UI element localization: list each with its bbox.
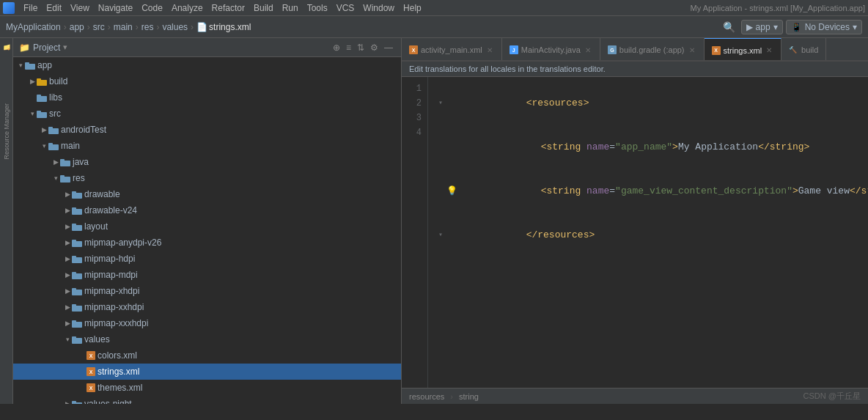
breadcrumb-myapplication[interactable]: MyApplication [6, 22, 61, 32]
expand-arrow-mipmap-xxxhdpi: ▶ [63, 319, 72, 328]
expand-arrow-mipmap-xxhdpi: ▶ [63, 303, 72, 312]
tree-item-mipmap-xhdpi[interactable]: ▶ mipmap-xhdpi [13, 283, 401, 299]
menu-view[interactable]: View [66, 1, 94, 15]
menu-build[interactable]: Build [249, 1, 278, 15]
tab-build-gradle[interactable]: G build.gradle (:app) ✕ [600, 38, 705, 60]
tab-activity-main-xml[interactable]: X activity_main.xml ✕ [402, 38, 502, 60]
menu-refactor[interactable]: Refactor [207, 1, 249, 15]
menu-run[interactable]: Run [278, 1, 303, 15]
menu-vcs[interactable]: VCS [332, 1, 359, 15]
menu-window[interactable]: Window [358, 1, 399, 15]
tree-item-androidtest[interactable]: ▶ androidTest [13, 122, 401, 138]
tab-close-strings-xml[interactable]: ✕ [765, 45, 773, 55]
folder-icon-values [72, 336, 82, 344]
code-area[interactable]: ▾ <resources> <string name="app_name">My… [428, 77, 868, 388]
settings-btn[interactable]: ⚙ [368, 42, 380, 54]
line-content-3: <string name="game_view_content_descript… [457, 169, 868, 213]
tab-close-activity-main[interactable]: ✕ [485, 45, 494, 55]
tree-item-java[interactable]: ▶ java [13, 154, 401, 170]
phone-icon: 📱 [791, 22, 802, 32]
close-panel-btn[interactable]: — [382, 42, 395, 54]
tab-close-build-gradle[interactable]: ✕ [688, 45, 696, 55]
folder-icon-mipmap-hdpi [72, 255, 82, 263]
folder-icon-layout [72, 223, 82, 231]
fold-icon-4[interactable]: ▾ [435, 228, 446, 243]
project-dropdown-arrow[interactable]: ▾ [63, 43, 67, 52]
device-selector[interactable]: 📱 No Devices ▾ [786, 20, 862, 34]
tree-item-app[interactable]: ▾ app [13, 57, 401, 73]
expand-arrow-app: ▾ [16, 61, 25, 70]
folder-icon-androidtest [48, 126, 59, 134]
device-selector-arrow: ▾ [853, 22, 857, 32]
tree-item-mipmap-mdpi[interactable]: ▶ mipmap-mdpi [13, 267, 401, 283]
menu-help[interactable]: Help [399, 1, 426, 15]
tab-mainactivity[interactable]: J MainActivity.java ✕ [502, 38, 600, 60]
expand-arrow-drawable-v24: ▶ [63, 206, 72, 215]
folder-icon-values-night [72, 400, 82, 405]
tab-build[interactable]: 🔨 build [781, 38, 826, 60]
tree-item-libs[interactable]: libs [13, 89, 401, 106]
tree-item-mipmap-xxhdpi[interactable]: ▶ mipmap-xxhdpi [13, 299, 401, 315]
expand-arrow-layout: ▶ [63, 222, 72, 231]
tree-item-mipmap-xxxhdpi[interactable]: ▶ mipmap-xxxhdpi [13, 315, 401, 331]
folder-icon-mipmap-xxxhdpi [72, 320, 82, 328]
folder-icon-app [25, 62, 35, 70]
code-line-2: <string name="app_name">My Application</… [435, 125, 868, 169]
tree-item-values-night[interactable]: ▶ values-night [13, 396, 401, 404]
menu-tools[interactable]: Tools [303, 1, 332, 15]
menu-analyze[interactable]: Analyze [167, 1, 207, 15]
tree-item-main[interactable]: ▾ main [13, 138, 401, 154]
editor-content: 1 2 3 4 ▾ <resources> [402, 77, 868, 388]
menu-edit[interactable]: Edit [42, 1, 66, 15]
folder-icon-src [37, 110, 47, 118]
menu-code[interactable]: Code [137, 1, 167, 15]
line-content-2: <string name="app_name">My Application</… [457, 125, 868, 169]
tree-item-colors-xml[interactable]: X colors.xml [13, 347, 401, 364]
breadcrumb-app[interactable]: app [70, 22, 84, 32]
folder-icon-mipmap-xhdpi [72, 287, 82, 295]
collapse-all-btn[interactable]: ≡ [344, 42, 353, 54]
tree-item-layout[interactable]: ▶ layout [13, 218, 401, 235]
folder-icon-res [60, 174, 70, 183]
folder-icon-mipmap-mdpi [72, 271, 82, 279]
tree-item-mipmap-anydpi[interactable]: ▶ mipmap-anydpi-v26 [13, 235, 401, 251]
fold-icon-1[interactable]: ▾ [435, 96, 446, 111]
resource-manager-icon[interactable]: Resource Manager [0, 100, 13, 163]
tree-item-src[interactable]: ▾ src [13, 106, 401, 122]
search-everywhere-btn[interactable]: 🔍 [720, 20, 738, 34]
expand-arrow-mipmap-xhdpi: ▶ [63, 287, 72, 295]
status-path-string: string [459, 392, 479, 401]
line-numbers: 1 2 3 4 [402, 77, 428, 388]
breadcrumb-src[interactable]: src [93, 22, 105, 32]
menu-file[interactable]: File [19, 1, 42, 15]
breadcrumb-res[interactable]: res [141, 22, 154, 32]
menu-navigate[interactable]: Navigate [94, 1, 137, 15]
tree-item-build[interactable]: ▶ build [13, 73, 401, 89]
tab-strings-xml[interactable]: X strings.xml ✕ [705, 38, 782, 60]
tree-item-res[interactable]: ▾ res [13, 170, 401, 186]
breadcrumb-stringsxml[interactable]: 📄strings.xml [196, 22, 251, 32]
code-line-3: 💡 <string name="game_view_content_descri… [435, 169, 868, 213]
expand-arrow-java: ▶ [51, 158, 60, 166]
locate-file-btn[interactable]: ⊕ [331, 42, 342, 54]
watermark: CSDN @千丘星 [803, 391, 861, 402]
breadcrumb-values[interactable]: values [162, 22, 188, 32]
tab-label-activity-main: activity_main.xml [421, 45, 482, 54]
expand-collapse-btn[interactable]: ⇅ [355, 42, 367, 54]
tree-item-strings-xml[interactable]: X strings.xml [13, 364, 401, 380]
expand-arrow-drawable: ▶ [63, 190, 72, 199]
breadcrumb-main[interactable]: main [114, 22, 133, 32]
tree-item-drawable-v24[interactable]: ▶ drawable-v24 [13, 202, 401, 218]
project-icon[interactable]: 📁 [0, 41, 13, 55]
tree-item-drawable[interactable]: ▶ drawable [13, 186, 401, 202]
tree-item-values[interactable]: ▾ values [13, 331, 401, 347]
window-title: My Application - strings.xml [My_Applica… [691, 4, 865, 12]
menu-bar: File Edit View Navigate Code Analyze Ref… [0, 0, 868, 16]
project-icon-header: 📁 [19, 43, 30, 53]
bulb-icon-3[interactable]: 💡 [446, 184, 457, 199]
tree-item-mipmap-hdpi[interactable]: ▶ mipmap-hdpi [13, 251, 401, 267]
app-selector[interactable]: ▶ app ▾ [741, 20, 783, 34]
toolbar: MyApplication › app › src › main › res ›… [0, 16, 868, 38]
tab-close-mainactivity[interactable]: ✕ [584, 45, 592, 55]
tree-item-themes-xml[interactable]: X themes.xml [13, 380, 401, 396]
